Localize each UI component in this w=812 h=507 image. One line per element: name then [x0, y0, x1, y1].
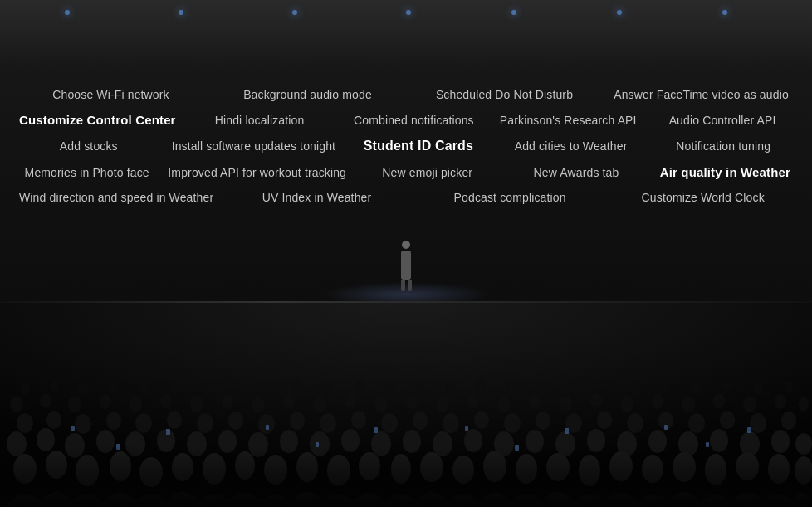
presenter-figure [398, 241, 414, 290]
feature-row-3: Add stocks Install software updates toni… [8, 134, 804, 158]
feature-row-4: Memories in Photo face Improved API for … [8, 160, 804, 184]
feature-awards-tab: New Awards tab [501, 161, 650, 184]
light-dot [292, 10, 297, 15]
presenter-legs [398, 280, 414, 291]
feature-choose-wifi: Choose Wi-Fi network [12, 83, 209, 106]
feature-emoji-picker: New emoji picker [353, 161, 501, 184]
feature-facetime-audio: Answer FaceTime video as audio [603, 83, 800, 106]
feature-scheduled-dnd: Scheduled Do Not Disturb [406, 83, 603, 106]
feature-customize-control-center: Customize Control Center [12, 108, 183, 132]
feature-air-quality: Air quality in Weather [651, 160, 800, 184]
feature-podcast-complication: Podcast complication [413, 186, 607, 209]
feature-add-stocks: Add stocks [12, 134, 165, 158]
feature-row-5: Wind direction and speed in Weather UV I… [8, 186, 804, 209]
light-dot [722, 10, 727, 15]
presenter-leg-right [408, 280, 412, 291]
crowd-svg [0, 303, 812, 507]
presenter-body [401, 251, 411, 280]
feature-parkinsons-api: Parkinson's Research API [491, 109, 645, 132]
feature-audio-controller-api: Audio Controller API [645, 109, 800, 132]
audience-area [0, 303, 812, 507]
feature-workout-api: Improved API for workout tracking [161, 161, 353, 184]
feature-notification-tuning: Notification tuning [647, 134, 800, 158]
light-dot [406, 10, 411, 15]
feature-world-clock: Customize World Clock [606, 186, 800, 209]
light-dot [179, 10, 183, 15]
svg-rect-145 [0, 303, 812, 507]
feature-row-2: Customize Control Center Hindi localizat… [8, 108, 804, 132]
feature-add-cities: Add cities to Weather [495, 134, 648, 158]
presenter-head [402, 241, 410, 249]
feature-memories-photo: Memories in Photo face [12, 161, 161, 184]
stage-lights [0, 0, 812, 66]
light-dot [511, 10, 516, 15]
feature-background-audio: Background audio mode [209, 83, 406, 106]
feature-wind-direction: Wind direction and speed in Weather [12, 186, 220, 209]
presentation-screen: Choose Wi-Fi network Background audio mo… [0, 0, 812, 307]
feature-hindi: Hindi localization [183, 109, 337, 132]
presenter-leg-left [401, 280, 405, 291]
feature-uv-index: UV Index in Weather [220, 186, 413, 209]
feature-combined-notifications: Combined notifications [336, 109, 491, 132]
feature-install-updates: Install software updates tonight [165, 134, 343, 158]
features-grid: Choose Wi-Fi network Background audio mo… [0, 83, 812, 211]
light-dot [617, 10, 622, 15]
feature-student-id: Student ID Cards [342, 134, 495, 158]
light-dot [65, 10, 70, 15]
feature-row-1: Choose Wi-Fi network Background audio mo… [8, 83, 804, 106]
